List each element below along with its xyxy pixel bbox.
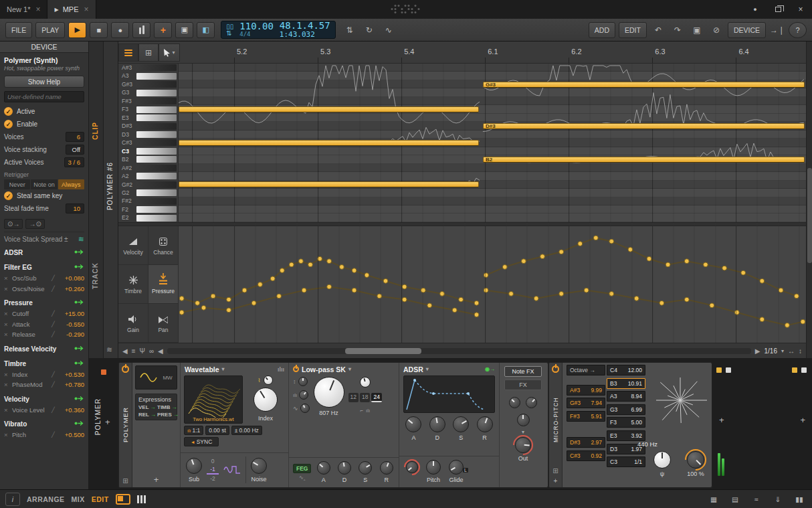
slope-24[interactable]: 24 (371, 393, 381, 402)
send-a-knob[interactable] (509, 397, 520, 408)
scroll-right-icon[interactable]: ▶ (755, 347, 760, 355)
pitch-cell-cs3[interactable]: C#30.92 (567, 450, 605, 461)
note-lane[interactable] (179, 164, 806, 172)
slot-swatch[interactable] (801, 367, 807, 373)
beat-ruler[interactable]: 5.25.35.46.16.26.36.4 (118, 41, 806, 64)
mod-amount-value[interactable]: +0.500 (61, 431, 84, 438)
resonance-knob[interactable] (360, 377, 371, 388)
piano-key-B2[interactable]: B2 (118, 155, 179, 163)
meter-panel-icon[interactable]: ▮▮ (792, 493, 807, 506)
mod-section-timbre[interactable]: Timbre (4, 358, 84, 369)
follow-playhead-button[interactable]: ⇅ (342, 22, 358, 38)
piano-key-C3[interactable]: C3 (118, 147, 179, 155)
zoom-horizontal-icon[interactable]: ↔ (788, 347, 795, 355)
metronome-button[interactable] (132, 22, 150, 38)
index-knob[interactable] (253, 388, 278, 412)
pitch-knob[interactable] (426, 460, 441, 475)
voice-stacking-row[interactable]: Voice stacking Off (4, 143, 84, 156)
play-menu-button[interactable]: PLAY (35, 22, 65, 38)
duplicate-button[interactable]: ▣ (689, 22, 705, 38)
piano-key-D#3[interactable]: D#3 (118, 122, 179, 130)
pitch-cell-e3[interactable]: E33.92 (607, 430, 645, 441)
filter-curve-icon[interactable]: ⌐ (360, 408, 363, 414)
noise-knob[interactable] (251, 458, 267, 474)
punch-in-button[interactable]: + (154, 22, 172, 38)
add-device-button[interactable]: + (719, 415, 724, 425)
mixer-panel-icon[interactable]: ▦ (706, 493, 721, 506)
remove-mod-icon[interactable]: × (4, 310, 10, 317)
scroll-left-icon[interactable]: ◀ (122, 347, 128, 355)
device-name-vertical[interactable]: MICRO-PITCH (552, 375, 559, 464)
view-arrange[interactable]: ARRANGE (27, 495, 65, 503)
add-button[interactable]: ADD (589, 22, 615, 38)
piano-key-A#3[interactable]: A#3 (118, 64, 179, 72)
modwheel-display[interactable]: MW (135, 365, 177, 390)
feg-a-knob[interactable] (317, 461, 330, 475)
note-lane[interactable] (179, 189, 806, 197)
zoom-vertical-icon[interactable]: ↕ (799, 347, 802, 355)
sub-knob[interactable] (186, 458, 202, 474)
mod-section-release-velocity[interactable]: Release Velocity (4, 343, 84, 355)
song-time[interactable]: 1:43.032 (280, 31, 315, 39)
mod-amount-value[interactable]: +15.00 (61, 310, 84, 317)
voice-stack-spread-row[interactable]: Voice Stack Spread ± ≋ (4, 232, 84, 244)
device-name-vertical[interactable]: POLYMER (122, 375, 129, 475)
expression-tab-pan[interactable]: Pan (148, 304, 179, 343)
mod-amount-value[interactable]: +0.080 (61, 274, 84, 282)
sub-oct-minus1[interactable]: -1 (207, 466, 219, 475)
env-shape-knob[interactable] (406, 461, 418, 473)
piano-key-A3[interactable]: A3 (118, 72, 179, 80)
scrollbar-handle[interactable] (345, 348, 421, 354)
note-lane[interactable] (179, 197, 806, 205)
mod-target-row[interactable]: ×PhaseMod╱+0.780 (4, 379, 84, 390)
slot-swatch[interactable] (726, 367, 731, 373)
envelope-display[interactable] (403, 375, 495, 413)
mod-amount-value[interactable]: -0.550 (61, 321, 84, 328)
horizontal-scrollbar[interactable] (167, 348, 751, 354)
amount-knob[interactable] (687, 451, 704, 469)
mod-target-row[interactable]: ×Cutoff╱+15.00 (4, 309, 84, 319)
view-mix[interactable]: MIX (72, 495, 85, 503)
piano-key-C#3[interactable]: C#3 (118, 139, 179, 147)
expression-rel[interactable]: REL→ (138, 412, 156, 418)
cutoff-value[interactable]: 807 Hz (314, 410, 344, 416)
voices-row[interactable]: Voices 6 (4, 131, 84, 143)
expressions-box[interactable]: Expressions VEL→ TIMB→ REL→ PRES→ (135, 394, 177, 420)
expression-vel[interactable]: VEL→ (138, 404, 156, 410)
slope-18[interactable]: 18 (360, 393, 370, 402)
pitch-cell-gs3[interactable]: G#37.94 (567, 398, 605, 408)
midi-note-F3[interactable] (179, 106, 479, 112)
res-mod-knob[interactable] (300, 404, 310, 413)
glide-knob[interactable] (449, 460, 464, 475)
cutoff-knob[interactable] (314, 377, 344, 408)
piano-key-F3[interactable]: F3 (118, 105, 179, 113)
remove-mod-icon[interactable]: × (4, 406, 10, 414)
device-title-strip[interactable]: POLYMER ⊞ (119, 363, 132, 487)
keytrack-knob[interactable] (299, 390, 308, 400)
pitch-cell-g3[interactable]: G36.99 (607, 404, 645, 415)
voices-value[interactable]: 6 (66, 132, 84, 142)
mod-amount-value[interactable]: -0.290 (61, 331, 84, 338)
mod-target-row[interactable]: ×Release╱-0.290 (4, 329, 84, 340)
pitch-cell-f3[interactable]: F35.00 (607, 417, 645, 428)
show-help-button[interactable]: Show Help (4, 76, 84, 88)
piano-keyboard[interactable]: A#3A3G#3G3F#3F3E3D#3D3C#3C3B2A#2A2G#2G2F… (118, 64, 179, 222)
expression-icon[interactable]: Ψ (140, 347, 145, 355)
collapse-icon[interactable]: ◀ (158, 347, 163, 355)
file-menu-button[interactable]: FILE (5, 22, 32, 38)
drive-knob[interactable] (298, 377, 308, 386)
link-icon[interactable]: ∞ (149, 347, 154, 355)
remove-mod-icon[interactable]: × (4, 274, 10, 282)
tempo-tap-icon[interactable]: ▯▯⇅ (226, 23, 233, 37)
record-button[interactable]: ● (111, 22, 129, 38)
expression-tab-pressure[interactable]: Pressure (148, 265, 179, 304)
tempo-value[interactable]: 110.00 (239, 21, 274, 31)
midi-note-G#2[interactable] (179, 181, 479, 187)
retrigger-note-on[interactable]: Note on (31, 179, 57, 189)
clip-color-swatch[interactable] (716, 367, 722, 373)
fx-tab[interactable]: FX (504, 379, 542, 390)
pitch-cell-fs3[interactable]: F#35.91 (567, 411, 605, 422)
edit-menu-button[interactable]: EDIT (619, 22, 647, 38)
steal-same-key-toggle[interactable]: ✓ Steal same key (4, 189, 84, 202)
clip-section-label[interactable]: CLIP (92, 122, 99, 140)
